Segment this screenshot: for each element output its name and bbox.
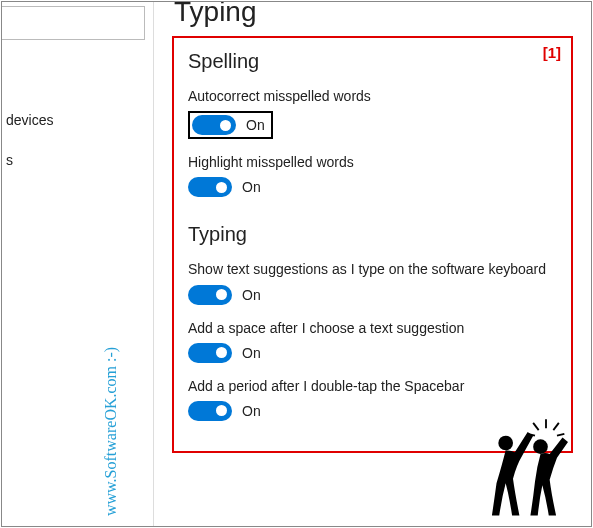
- toggle-autocorrect[interactable]: [192, 115, 236, 135]
- toggle-state: On: [242, 287, 261, 303]
- toggle-state: On: [242, 403, 261, 419]
- setting-label: Add a space after I choose a text sugges…: [188, 319, 557, 337]
- sidebar: devices s: [2, 2, 154, 526]
- main-content: Typing [1] Spelling Autocorrect misspell…: [154, 2, 591, 526]
- setting-label: Highlight misspelled words: [188, 153, 557, 171]
- setting-label: Add a period after I double-tap the Spac…: [188, 377, 557, 395]
- page-title: Typing: [172, 1, 573, 28]
- section-heading-spelling: Spelling: [188, 50, 557, 73]
- sidebar-item[interactable]: s: [2, 140, 153, 180]
- setting-label: Show text suggestions as I type on the s…: [188, 260, 557, 278]
- annotation-marker: [1]: [543, 44, 561, 61]
- toggle-add-space[interactable]: [188, 343, 232, 363]
- sidebar-item[interactable]: devices: [2, 100, 153, 140]
- sidebar-item[interactable]: [2, 180, 153, 220]
- search-input[interactable]: [2, 16, 176, 31]
- highlighted-toggle: On: [188, 111, 273, 139]
- sidebar-item-label: devices: [6, 112, 53, 128]
- toggle-text-suggestions[interactable]: [188, 285, 232, 305]
- setting-label: Autocorrect misspelled words: [188, 87, 557, 105]
- toggle-state: On: [242, 179, 261, 195]
- toggle-highlight-misspelled[interactable]: [188, 177, 232, 197]
- sidebar-item-label: s: [6, 152, 13, 168]
- search-box[interactable]: [2, 6, 145, 40]
- toggle-add-period[interactable]: [188, 401, 232, 421]
- toggle-state: On: [242, 345, 261, 361]
- highlighted-region: [1] Spelling Autocorrect misspelled word…: [172, 36, 573, 453]
- toggle-state: On: [246, 117, 265, 133]
- section-heading-typing: Typing: [188, 223, 557, 246]
